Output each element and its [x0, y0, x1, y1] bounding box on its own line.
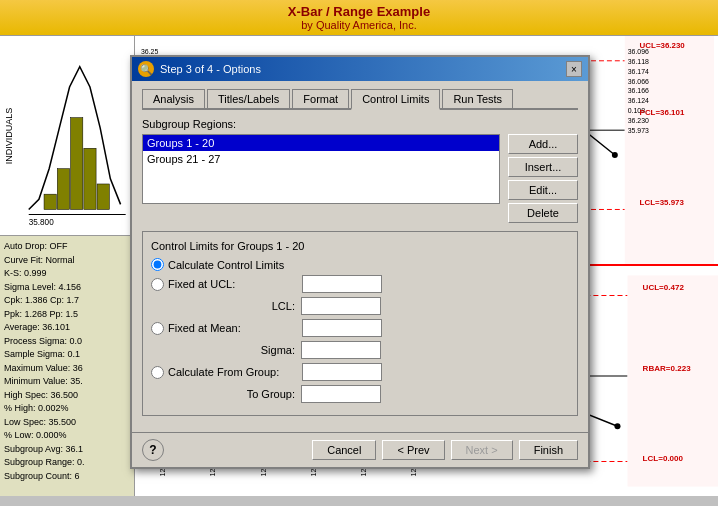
fixed-ucl-value[interactable]	[302, 275, 382, 293]
control-limits-title: Control Limits for Groups 1 - 20	[151, 240, 569, 252]
subgroup-area: Groups 1 - 20 Groups 21 - 27 Add... Inse…	[142, 134, 578, 223]
modal-overlay: 🔍 Step 3 of 4 - Options × Analysis Title…	[0, 0, 718, 506]
cancel-button[interactable]: Cancel	[312, 440, 376, 460]
tab-control-limits[interactable]: Control Limits	[351, 89, 440, 110]
to-group-label: To Group:	[171, 388, 301, 400]
tab-format[interactable]: Format	[292, 89, 349, 108]
radio-calc-from-label: Calculate From Group:	[168, 366, 298, 378]
radio-calc-from-input[interactable]	[151, 366, 164, 379]
modal-icon: 🔍	[138, 61, 154, 77]
sigma-label: Sigma:	[171, 344, 301, 356]
subgroup-item-1[interactable]: Groups 1 - 20	[143, 135, 499, 151]
subgroup-item-2[interactable]: Groups 21 - 27	[143, 151, 499, 167]
to-group-row: To Group:	[151, 385, 569, 403]
lcl-label: LCL:	[171, 300, 301, 312]
radio-calc-from: Calculate From Group:	[151, 363, 569, 381]
tab-run-tests[interactable]: Run Tests	[442, 89, 513, 108]
modal-footer: ? Cancel < Prev Next > Finish	[132, 432, 588, 467]
modal-body: Analysis Titles/Labels Format Control Li…	[132, 81, 588, 432]
tab-bar: Analysis Titles/Labels Format Control Li…	[142, 89, 578, 110]
fixed-mean-value[interactable]	[302, 319, 382, 337]
next-button[interactable]: Next >	[451, 440, 513, 460]
delete-button[interactable]: Delete	[508, 203, 578, 223]
subgroup-list[interactable]: Groups 1 - 20 Groups 21 - 27	[142, 134, 500, 204]
help-button[interactable]: ?	[142, 439, 164, 461]
radio-fixed-ucl: Fixed at UCL:	[151, 275, 569, 293]
radio-fixed-ucl-label: Fixed at UCL:	[168, 278, 298, 290]
tab-analysis[interactable]: Analysis	[142, 89, 205, 108]
insert-button[interactable]: Insert...	[508, 157, 578, 177]
control-limits-section: Control Limits for Groups 1 - 20 Calcula…	[142, 231, 578, 416]
modal-title-area: 🔍 Step 3 of 4 - Options	[138, 61, 261, 77]
lcl-row: LCL:	[151, 297, 569, 315]
subgroup-regions-label: Subgroup Regions:	[142, 118, 578, 130]
modal-title: Step 3 of 4 - Options	[160, 63, 261, 75]
modal-close-button[interactable]: ×	[566, 61, 582, 77]
edit-button[interactable]: Edit...	[508, 180, 578, 200]
add-button[interactable]: Add...	[508, 134, 578, 154]
prev-button[interactable]: < Prev	[382, 440, 444, 460]
radio-fixed-mean-input[interactable]	[151, 322, 164, 335]
subgroup-buttons: Add... Insert... Edit... Delete	[508, 134, 578, 223]
radio-calculate: Calculate Control Limits	[151, 258, 569, 271]
sigma-value[interactable]	[301, 341, 381, 359]
tab-titles-labels[interactable]: Titles/Labels	[207, 89, 290, 108]
radio-calculate-label: Calculate Control Limits	[168, 259, 298, 271]
lcl-value[interactable]	[301, 297, 381, 315]
finish-button[interactable]: Finish	[519, 440, 578, 460]
radio-calculate-input[interactable]	[151, 258, 164, 271]
radio-fixed-ucl-input[interactable]	[151, 278, 164, 291]
radio-fixed-mean-label: Fixed at Mean:	[168, 322, 298, 334]
radio-fixed-mean: Fixed at Mean:	[151, 319, 569, 337]
sigma-row: Sigma:	[151, 341, 569, 359]
to-group-value[interactable]	[301, 385, 381, 403]
modal-titlebar: 🔍 Step 3 of 4 - Options ×	[132, 57, 588, 81]
calc-from-value[interactable]	[302, 363, 382, 381]
options-dialog: 🔍 Step 3 of 4 - Options × Analysis Title…	[130, 55, 590, 469]
